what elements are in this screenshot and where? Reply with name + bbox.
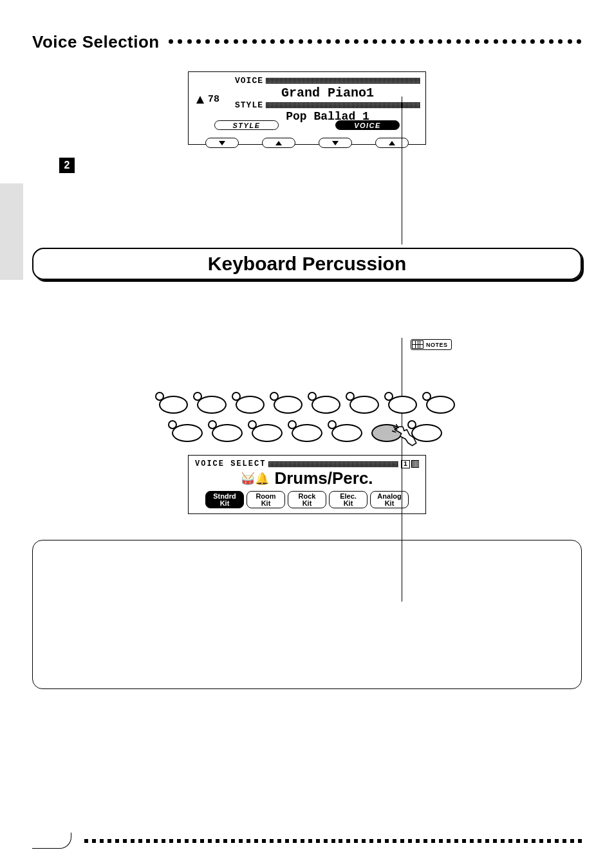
current-voice-name: Grand Piano1 bbox=[235, 86, 420, 100]
style-label: STYLE bbox=[235, 100, 263, 110]
vertical-divider bbox=[402, 97, 402, 245]
page-footer bbox=[32, 833, 582, 849]
drums-icon: 🥁🔔 bbox=[241, 472, 269, 486]
hatch-decoration bbox=[268, 461, 398, 467]
hatch-decoration bbox=[266, 78, 420, 84]
kit-option-rock[interactable]: RockKit bbox=[288, 491, 326, 508]
voice-category-button[interactable] bbox=[274, 396, 302, 414]
drums-perc-category-button[interactable] bbox=[371, 424, 402, 442]
voice-category-button[interactable] bbox=[252, 424, 283, 442]
footer-dot-leader bbox=[84, 839, 582, 843]
step-2-row: 2 bbox=[32, 158, 582, 196]
notes-label: NOTES bbox=[426, 342, 448, 348]
vertical-divider bbox=[402, 338, 402, 602]
voice-category-name: Drums/Perc. bbox=[274, 468, 373, 488]
kit-selector-row: StndrdKitRoomKitRockKitElec.KitAnalogKit bbox=[195, 491, 419, 508]
voice-category-button[interactable] bbox=[159, 396, 188, 414]
voice-category-button[interactable] bbox=[411, 424, 442, 442]
voice-label: VOICE bbox=[235, 76, 263, 86]
style-section-button[interactable]: STYLE bbox=[214, 120, 279, 130]
keyboard-percussion-heading: Keyboard Percussion bbox=[32, 248, 582, 280]
kit-option-stndrd[interactable]: StndrdKit bbox=[205, 491, 244, 508]
style-up-button[interactable] bbox=[262, 138, 295, 148]
voice-section-button[interactable]: VOICE bbox=[335, 120, 400, 130]
side-tab bbox=[0, 183, 23, 280]
kit-option-analog[interactable]: AnalogKit bbox=[370, 491, 409, 508]
voice-select-lcd: VOICE SELECT 1 🥁🔔 Drums/Perc. StndrdKitR… bbox=[188, 455, 426, 514]
voice-category-button[interactable] bbox=[331, 424, 362, 442]
voice-style-lcd: 78 VOICE Grand Piano1 STYLE Pop Ballad 1… bbox=[188, 71, 426, 145]
page-number-pill bbox=[32, 833, 71, 849]
notes-callout: NOTES bbox=[411, 339, 452, 350]
voice-category-button[interactable] bbox=[236, 396, 265, 414]
voice-category-button[interactable] bbox=[292, 424, 322, 442]
voice-category-button[interactable] bbox=[212, 424, 243, 442]
voice-select-label: VOICE SELECT bbox=[195, 459, 266, 468]
speaker-icon bbox=[411, 460, 419, 468]
hatch-decoration bbox=[266, 102, 420, 108]
keyboard-percussion-title: Keyboard Percussion bbox=[208, 253, 406, 274]
page-title: Voice Selection bbox=[32, 32, 160, 52]
kit-option-elec[interactable]: Elec.Kit bbox=[329, 491, 367, 508]
page-header: Voice Selection bbox=[32, 32, 582, 52]
voice-category-button[interactable] bbox=[312, 396, 340, 414]
voice-down-button[interactable] bbox=[319, 138, 352, 148]
page-number: 1 bbox=[401, 460, 410, 468]
info-panel bbox=[32, 540, 582, 689]
tempo-indicator: 78 bbox=[194, 94, 235, 105]
voice-category-button[interactable] bbox=[388, 396, 417, 414]
voice-category-button[interactable] bbox=[172, 424, 203, 442]
svg-line-2 bbox=[392, 431, 396, 432]
style-down-button[interactable] bbox=[205, 138, 239, 148]
step-number-badge: 2 bbox=[59, 158, 75, 173]
notes-grid-icon bbox=[412, 340, 423, 349]
voice-up-button[interactable] bbox=[375, 138, 409, 148]
voice-category-button[interactable] bbox=[197, 396, 226, 414]
voice-category-button[interactable] bbox=[349, 396, 378, 414]
voice-category-button[interactable] bbox=[426, 396, 455, 414]
kit-option-room[interactable]: RoomKit bbox=[247, 491, 285, 508]
voice-category-panel bbox=[159, 396, 455, 442]
page-indicator: 1 bbox=[401, 460, 419, 468]
header-dot-leader bbox=[169, 39, 582, 46]
metronome-icon bbox=[196, 96, 204, 104]
tempo-value: 78 bbox=[208, 94, 219, 105]
